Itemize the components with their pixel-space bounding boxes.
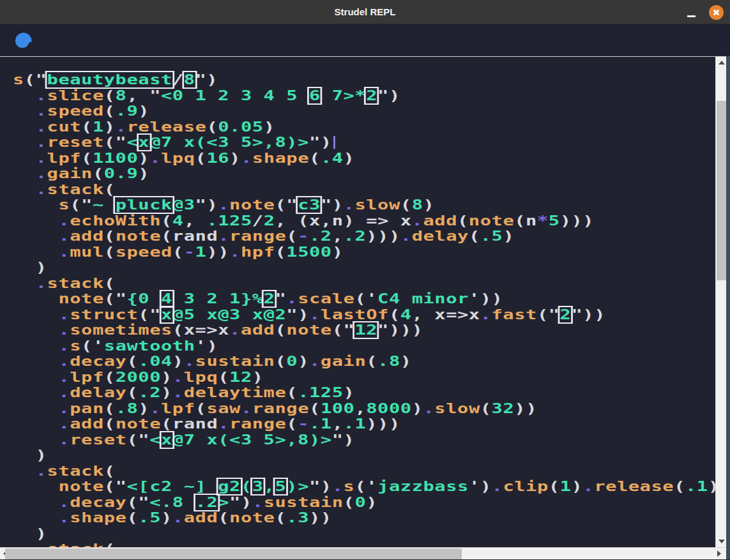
code-line[interactable]: .gain(0.9) (13, 166, 715, 182)
code-line[interactable]: .shape(.5).add(note(.3)) (13, 510, 715, 526)
active-event-highlight: .2 (195, 495, 218, 510)
code-line[interactable]: .lpf(1100).lpq(16).shape(.4) (13, 151, 715, 167)
code-line[interactable]: s("~ pluck@3").note("c3").slow(8) (13, 197, 715, 213)
active-event-highlight: 5 (275, 479, 286, 494)
minimize-icon (687, 15, 696, 17)
code-line[interactable]: .reset("<x@7 x(<3 5>,8)>") (13, 135, 715, 151)
active-event-highlight: 3 (252, 479, 264, 494)
code-line[interactable]: .reset("<x@7 x(<3 5>,8)>") (13, 432, 715, 448)
code-line[interactable]: .delay(.2).delaytime(.125) (13, 385, 715, 401)
toolbar (0, 25, 730, 56)
active-event-highlight: x (161, 432, 172, 448)
minimize-button[interactable] (680, 0, 702, 24)
code-line[interactable]: .s('sawtooth') (13, 338, 715, 354)
code-line[interactable]: .add(note(rand.range(-.2,.2))).delay(.5) (13, 229, 715, 245)
active-event-highlight: 2 (264, 291, 275, 306)
code-line[interactable]: .cut(1).release(0.05) (13, 119, 715, 135)
code-line[interactable]: ) (13, 526, 715, 542)
code-line[interactable]: .speed(.9) (13, 103, 715, 119)
code-line[interactable]: .add(note(rand.range(-.1,.1))) (13, 416, 715, 432)
vertical-scrollbar-thumb[interactable] (717, 101, 726, 280)
active-event-highlight: 8 (184, 72, 195, 87)
code-line[interactable]: .pan(.8).lpf(saw.range(100,8000).slow(32… (13, 401, 715, 417)
code-line[interactable]: .echoWith(4, .125/2, (x,n) => x.add(note… (13, 213, 715, 229)
active-event-highlight: 2 (560, 307, 572, 322)
strudel-logo-icon[interactable] (11, 30, 33, 52)
active-event-highlight: g2 (218, 479, 241, 494)
window-frame-edge (726, 56, 730, 560)
active-event-highlight: c3 (298, 197, 321, 213)
code-line[interactable]: .decay(.04).sustain(0).gain(.8) (13, 354, 715, 370)
active-event-highlight: x (161, 307, 172, 322)
active-event-highlight: x (138, 135, 149, 150)
code-line[interactable]: .struct("x@5 x@3 x@2").lastOf(4, x=>x.fa… (13, 307, 715, 323)
code-line[interactable]: note("<[c2 ~] g2(3,5)>").s('jazzbass').c… (13, 479, 715, 495)
title-bar: Strudel REPL (0, 0, 730, 24)
code-line[interactable]: .sometimes(x=>x.add(note("12"))) (13, 322, 715, 338)
active-event-highlight: 4 (161, 291, 172, 306)
horizontal-scrollbar-thumb[interactable] (5, 549, 462, 559)
text-caret (333, 136, 335, 149)
vertical-scrollbar[interactable] (715, 57, 726, 547)
code-line[interactable]: .slice(8, "<0 1 2 3 4 5 6 7>*2") (13, 88, 715, 104)
window-title: Strudel REPL (0, 0, 730, 24)
active-event-highlight: 2 (366, 88, 377, 103)
active-event-highlight: beautybeast (47, 72, 172, 87)
scrollbar-right-arrow-icon[interactable] (717, 550, 721, 557)
strudel-repl-window: Strudel REPL s("beautybeast/8") .slice(8… (0, 0, 730, 560)
code-line[interactable]: ) (13, 448, 715, 464)
code-line[interactable]: .decay("<.8 .2>").sustain(0) (13, 495, 715, 511)
horizontal-scrollbar[interactable] (0, 547, 726, 559)
active-event-highlight: 6 (309, 88, 321, 103)
code-line[interactable]: note("{0 4 3 2 1}%2".scale('C4 minor')) (13, 291, 715, 307)
active-event-highlight: 12 (354, 322, 377, 338)
code-line[interactable]: ) (13, 260, 715, 276)
close-button[interactable] (709, 5, 724, 20)
scrollbar-up-arrow-icon[interactable] (719, 61, 725, 64)
code-line[interactable]: .stack( (13, 182, 715, 198)
code-line[interactable]: .stack( (13, 276, 715, 292)
code-line[interactable]: .lpf(2000).lpq(12) (13, 370, 715, 386)
code-line[interactable]: s("beautybeast/8") (13, 72, 715, 88)
scrollbar-down-arrow-icon[interactable] (719, 540, 725, 543)
code-line[interactable]: .stack( (13, 464, 715, 480)
code-line[interactable]: .mul(speed(-1)).hpf(1500) (13, 245, 715, 261)
code-area[interactable]: s("beautybeast/8") .slice(8, "<0 1 2 3 4… (0, 57, 715, 548)
active-event-highlight: pluck (116, 197, 172, 213)
